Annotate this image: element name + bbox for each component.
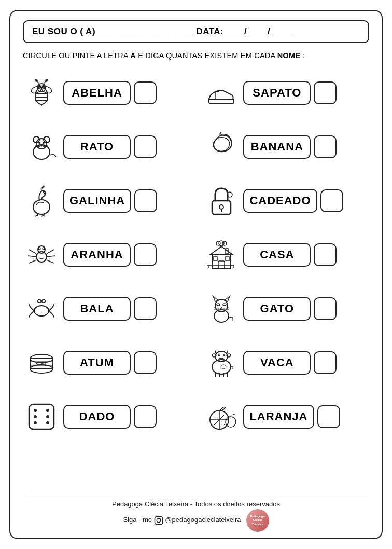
svg-point-10: [44, 86, 45, 87]
svg-line-71: [214, 308, 219, 308]
svg-point-95: [34, 409, 37, 412]
count-abelha[interactable]: [134, 81, 157, 104]
count-banana[interactable]: [314, 135, 337, 158]
svg-point-50: [222, 241, 227, 245]
item-banana: BANANA: [203, 128, 369, 166]
svg-rect-76: [30, 359, 53, 369]
svg-point-20: [38, 142, 40, 144]
svg-line-73: [223, 308, 229, 308]
tuna-can-icon: [23, 344, 60, 381]
banana-icon: [203, 128, 240, 166]
word-cadeado: CADEADO: [243, 189, 317, 213]
svg-line-44: [28, 256, 36, 257]
instruction-text2: E DIGA QUANTAS EXISTEM EM CADA: [136, 51, 277, 60]
chicken-icon: [23, 182, 60, 219]
svg-point-106: [226, 417, 236, 427]
footer-bottom-row: Siga - me @pedagogacleciateixeira Pedago…: [123, 509, 269, 532]
count-casa[interactable]: [314, 243, 337, 266]
svg-point-96: [46, 409, 49, 412]
word-dado: DADO: [63, 405, 131, 429]
item-abelha: ABELHA: [23, 74, 189, 112]
svg-line-34: [44, 215, 45, 216]
svg-rect-57: [226, 249, 228, 254]
svg-point-100: [46, 421, 49, 424]
padlock-icon: [203, 182, 240, 219]
word-aranha: ARANHA: [63, 243, 131, 267]
row-4: ARANHA: [23, 229, 369, 281]
svg-point-98: [46, 415, 49, 418]
svg-line-43: [29, 250, 36, 254]
svg-marker-66: [213, 296, 218, 301]
footer-instagram: @pedagogacleciateixeira: [165, 516, 241, 524]
count-atum[interactable]: [134, 351, 157, 374]
instruction-word: NOME: [277, 51, 300, 60]
svg-point-85: [223, 354, 225, 356]
svg-point-93: [221, 365, 226, 369]
count-aranha[interactable]: [134, 243, 157, 266]
svg-point-63: [34, 306, 49, 316]
spider-icon: [23, 236, 60, 273]
word-sapato: SAPATO: [243, 81, 311, 105]
count-sapato[interactable]: [314, 81, 337, 104]
instruction-text1: CIRCULE OU PINTE A LETRA: [23, 51, 130, 60]
svg-point-84: [218, 354, 220, 356]
instruction-text3: :: [300, 51, 304, 60]
footer: Pedagoga Clécia Teixeira - Todos os dire…: [23, 496, 369, 532]
count-dado[interactable]: [134, 405, 157, 428]
svg-rect-107: [155, 517, 162, 525]
count-galinha[interactable]: [134, 189, 157, 212]
word-rato: RATO: [63, 135, 131, 159]
svg-point-109: [160, 518, 161, 519]
count-vaca[interactable]: [314, 351, 337, 374]
svg-line-33: [41, 215, 44, 216]
item-laranja: LARANJA: [203, 398, 369, 435]
word-atum: ATUM: [63, 351, 131, 375]
svg-point-88: [222, 359, 223, 360]
svg-rect-35: [212, 201, 231, 214]
row-3: GALINHA CADE: [23, 175, 369, 227]
svg-point-108: [157, 518, 161, 523]
count-cadeado[interactable]: [320, 189, 343, 212]
cow-icon: [203, 344, 240, 381]
svg-point-97: [34, 415, 37, 418]
svg-line-48: [47, 260, 54, 263]
svg-point-69: [223, 304, 226, 306]
item-casa: CASA: [203, 236, 369, 273]
count-rato[interactable]: [134, 135, 157, 158]
word-laranja: LARANJA: [243, 405, 314, 429]
row-2: RATO BANANA: [23, 121, 369, 173]
orange-icon: [203, 398, 240, 435]
svg-point-36: [219, 205, 223, 209]
svg-line-45: [29, 260, 36, 263]
count-laranja[interactable]: [317, 405, 340, 428]
item-cadeado: CADEADO: [203, 182, 369, 219]
word-vaca: VACA: [243, 351, 311, 375]
svg-point-42: [43, 248, 45, 250]
svg-point-87: [220, 359, 221, 360]
count-bala[interactable]: [134, 297, 157, 320]
count-gato[interactable]: [314, 297, 337, 320]
word-bala: BALA: [63, 297, 131, 321]
header-text: EU SOU O ( A)___________________ DATA:__…: [32, 26, 291, 36]
word-casa: CASA: [243, 243, 311, 267]
instagram-icon: [154, 516, 163, 525]
svg-marker-52: [210, 246, 233, 255]
svg-line-47: [47, 256, 55, 257]
row-6: ATUM: [23, 337, 369, 389]
word-gato: GATO: [243, 297, 311, 321]
worksheet-page: EU SOU O ( A)___________________ DATA:__…: [9, 10, 383, 539]
instruction-letter: A: [130, 51, 136, 60]
word-abelha: ABELHA: [63, 81, 131, 105]
svg-marker-70: [220, 307, 222, 309]
instruction: CIRCULE OU PINTE A LETRA A E DIGA QUANTA…: [23, 50, 369, 62]
item-aranha: ARANHA: [23, 236, 189, 273]
svg-line-31: [35, 215, 37, 216]
svg-rect-54: [218, 261, 225, 268]
svg-point-99: [34, 421, 37, 424]
candy-icon: [23, 290, 60, 327]
svg-marker-67: [225, 296, 230, 301]
row-5: BALA: [23, 283, 369, 335]
svg-point-41: [38, 248, 40, 250]
item-dado: DADO: [23, 398, 189, 435]
svg-point-9: [39, 86, 40, 87]
